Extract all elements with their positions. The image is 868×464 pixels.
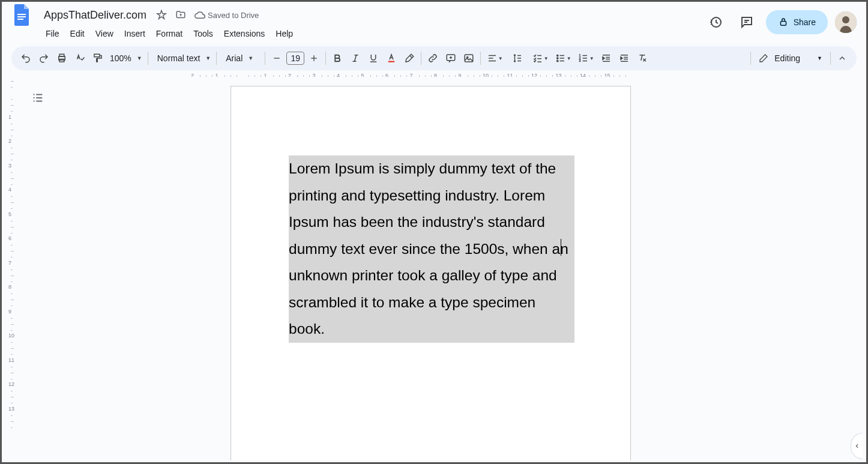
document-body[interactable]: Lorem Ipsum is simply dummy text of the … (289, 155, 574, 343)
editing-mode-button[interactable]: Editing ▼ (754, 50, 827, 67)
outdent-button[interactable] (598, 50, 615, 67)
undo-button[interactable] (17, 50, 34, 67)
fontsize-increase-button[interactable] (306, 50, 322, 67)
menu-edit[interactable]: Edit (65, 26, 90, 41)
checklist-button[interactable]: ▼ (529, 50, 551, 67)
saved-status[interactable]: Saved to Drive (194, 10, 259, 20)
link-button[interactable] (424, 50, 441, 67)
text-cursor (561, 239, 561, 256)
share-button[interactable]: Share (766, 10, 828, 34)
header-right: Share (704, 10, 857, 34)
header: AppsThatDeliver.com Saved to Drive File … (2, 2, 866, 43)
clear-format-button[interactable] (634, 50, 651, 67)
separator (216, 52, 217, 65)
toolbar: 100%▼ Normal text▼ Arial▼ ▼ ▼ ▼ 123▼ (11, 46, 857, 70)
svg-point-40 (556, 60, 558, 61)
align-button[interactable]: ▼ (484, 50, 505, 67)
svg-line-18 (355, 55, 357, 62)
separator (830, 52, 831, 65)
avatar[interactable] (835, 11, 857, 33)
line-spacing-button[interactable] (507, 50, 528, 67)
svg-rect-1 (17, 16, 26, 17)
comment-button[interactable] (442, 50, 459, 67)
svg-point-38 (556, 58, 558, 59)
separator (148, 52, 148, 65)
page[interactable]: Lorem Ipsum is simply dummy text of the … (231, 86, 631, 460)
redo-button[interactable] (35, 50, 52, 67)
star-icon[interactable] (154, 7, 169, 23)
svg-text:3: 3 (579, 59, 580, 62)
svg-line-21 (410, 56, 412, 58)
separator (480, 52, 481, 65)
menu-view[interactable]: View (90, 26, 119, 41)
canvas: 2112345678910111213 Lorem Ipsum is simpl… (4, 77, 864, 460)
menu-extensions[interactable]: Extensions (219, 26, 270, 41)
svg-rect-6 (780, 22, 786, 26)
style-dropdown[interactable]: Normal text▼ (151, 50, 214, 67)
menu-file[interactable]: File (40, 26, 65, 41)
spellcheck-button[interactable] (71, 50, 88, 67)
paint-format-button[interactable] (89, 50, 106, 67)
svg-rect-20 (388, 61, 395, 62)
menu-insert[interactable]: Insert (119, 26, 151, 41)
svg-point-8 (842, 16, 849, 23)
print-button[interactable] (53, 50, 70, 67)
text-color-button[interactable] (383, 50, 400, 67)
bold-button[interactable] (329, 50, 346, 67)
italic-button[interactable] (347, 50, 364, 67)
collapse-toolbar-button[interactable] (834, 50, 851, 67)
svg-rect-12 (94, 54, 100, 57)
underline-button[interactable] (365, 50, 382, 67)
ruler-vertical[interactable]: 2112345678910111213 (4, 83, 22, 460)
svg-rect-0 (17, 14, 26, 15)
bullet-list-button[interactable]: ▼ (552, 50, 574, 67)
fontsize-input[interactable] (286, 52, 304, 65)
separator (421, 52, 421, 65)
outline-toggle-button[interactable] (29, 89, 47, 107)
toolbar-right: Editing ▼ (749, 50, 851, 67)
menu-help[interactable]: Help (270, 26, 298, 41)
svg-rect-2 (17, 19, 23, 20)
document-title[interactable]: AppsThatDeliver.com (40, 8, 150, 23)
fontsize-decrease-button[interactable] (268, 50, 285, 67)
highlight-button[interactable] (401, 50, 418, 67)
zoom-dropdown[interactable]: 100%▼ (107, 50, 145, 67)
comments-icon[interactable] (735, 10, 759, 34)
separator (750, 52, 751, 65)
menu-format[interactable]: Format (151, 26, 188, 41)
docs-logo[interactable] (11, 4, 33, 26)
separator (265, 52, 265, 65)
menu-tools[interactable]: Tools (188, 26, 219, 41)
history-icon[interactable] (704, 10, 728, 34)
number-list-button[interactable]: 123▼ (575, 50, 597, 67)
font-dropdown[interactable]: Arial▼ (220, 50, 262, 67)
share-label: Share (794, 17, 816, 27)
saved-status-text: Saved to Drive (208, 11, 259, 20)
indent-button[interactable] (616, 50, 633, 67)
svg-rect-10 (59, 54, 64, 56)
image-button[interactable] (460, 50, 477, 67)
separator (325, 52, 326, 65)
move-icon[interactable] (173, 7, 188, 23)
side-panel-expand-button[interactable] (851, 433, 863, 459)
svg-point-36 (556, 55, 558, 56)
